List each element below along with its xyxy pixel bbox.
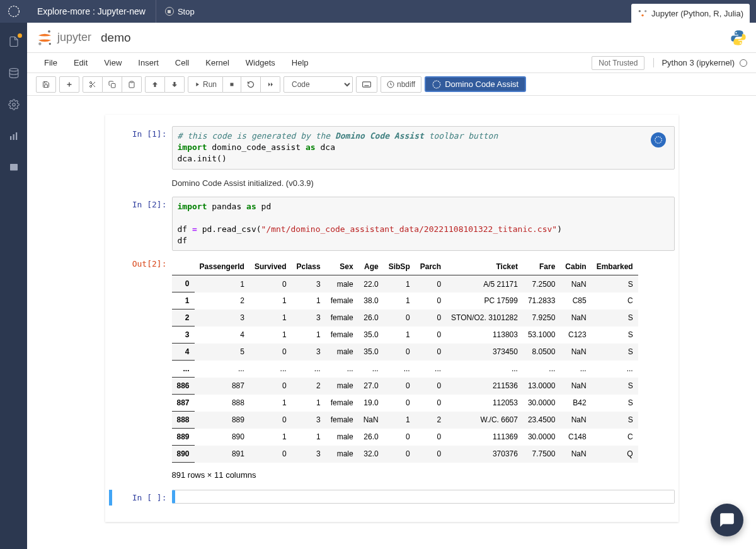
jupyter-tab-icon: [638, 8, 648, 18]
project-name[interactable]: Explore-more : Jupyter-new: [27, 0, 156, 23]
svg-point-1: [639, 10, 641, 12]
stop-icon: [165, 7, 174, 16]
workspace-label-text: Jupyter (Python, R, Julia): [651, 9, 743, 18]
stop-label: Stop: [178, 7, 195, 16]
stop-button[interactable]: Stop: [156, 0, 203, 23]
workspace-tab[interactable]: Jupyter (Python, R, Julia): [631, 4, 750, 23]
app-header: Explore-more : Jupyter-new Stop Jupyter …: [0, 0, 756, 23]
svg-point-3: [644, 10, 646, 12]
domino-logo-icon[interactable]: [0, 5, 27, 18]
svg-point-0: [8, 6, 19, 17]
svg-point-2: [641, 14, 643, 16]
